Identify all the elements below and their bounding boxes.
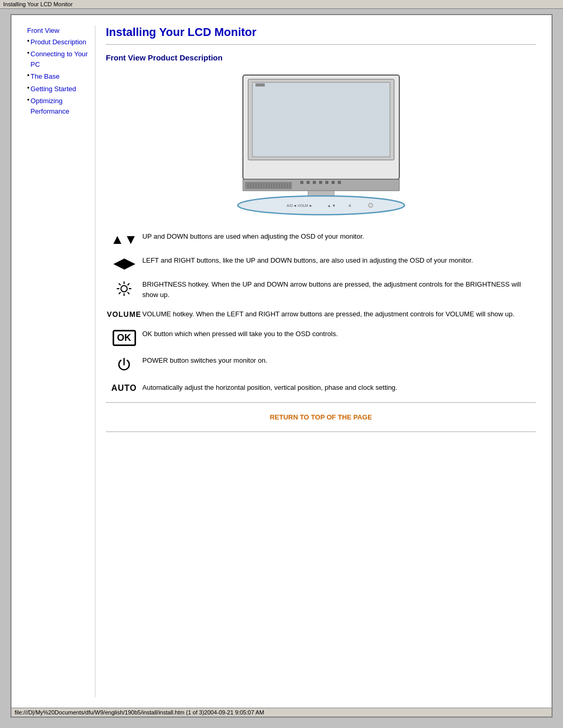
features-list: ▲▼ UP and DOWN buttons are used when adj…: [106, 231, 536, 393]
svg-text:▲  ▼: ▲ ▼: [327, 204, 336, 207]
content-area: Front View • Produt Description • Connec…: [11, 15, 552, 708]
feature-row-ok: OK OK button which when pressed will tak…: [106, 329, 536, 346]
bullet-1: •: [27, 37, 30, 45]
sidebar-item-started[interactable]: Getting Started: [31, 84, 76, 94]
sidebar-item-product-desc-wrapper: • Produt Description: [27, 37, 90, 48]
svg-point-32: [238, 196, 405, 215]
sidebar-item-optimizing[interactable]: Optimizing Performance: [31, 96, 90, 116]
auto-label: AUTO: [111, 384, 137, 393]
svg-line-46: [119, 292, 121, 294]
feature-row-auto: AUTO Automatically adjust the horizontal…: [106, 382, 536, 393]
svg-rect-2: [252, 82, 390, 157]
left-right-arrows-icon: ◀▶: [106, 255, 142, 270]
power-svg: [116, 356, 132, 373]
svg-rect-9: [325, 181, 328, 184]
feature-row-power: POWER button switches your monitor on.: [106, 355, 536, 373]
svg-text:A: A: [348, 204, 351, 207]
title-bar: Installing Your LCD Monitor: [0, 0, 563, 9]
section-title: Front View Product Description: [106, 53, 536, 62]
svg-rect-10: [332, 181, 335, 184]
up-down-arrows-icon: ▲▼: [106, 231, 142, 246]
feature-row-leftright: ◀▶ LEFT and RIGHT buttons, like the UP a…: [106, 255, 536, 270]
bullet-4: •: [27, 84, 30, 92]
sidebar-item-base[interactable]: The Base: [31, 71, 60, 82]
feature-text-leftright: LEFT and RIGHT buttons, like the UP and …: [142, 255, 536, 266]
title-bar-text: Installing Your LCD Monitor: [3, 1, 72, 7]
feature-text-ok: OK button which when pressed will take y…: [142, 329, 536, 339]
feature-row-updown: ▲▼ UP and DOWN buttons are used when adj…: [106, 231, 536, 246]
svg-rect-6: [307, 181, 310, 184]
sidebar-item-connecting[interactable]: Connecting to Your PC: [31, 49, 90, 69]
svg-rect-8: [319, 181, 322, 184]
brightness-icon: [106, 279, 142, 297]
bullet-2: •: [27, 49, 30, 57]
page-title: Installing Your LCD Monitor: [106, 26, 536, 39]
svg-text:A/O: A/O: [286, 204, 293, 207]
feature-text-auto: Automatically adjust the horizontal posi…: [142, 382, 536, 393]
svg-rect-31: [308, 191, 334, 196]
svg-line-45: [128, 283, 130, 286]
svg-line-44: [128, 292, 130, 294]
left-right-symbol: ◀▶: [114, 256, 134, 270]
ok-label: OK: [113, 330, 136, 346]
brightness-svg: [116, 280, 132, 297]
svg-point-37: [369, 203, 373, 207]
volume-icon: VOLUME: [106, 309, 142, 318]
feature-row-volume: VOLUME VOLUME hotkey. When the LEFT and …: [106, 309, 536, 319]
sidebar-item-product-desc[interactable]: Produt Description: [31, 37, 87, 47]
feature-text-brightness: BRIGHTNESS hotkey. When the UP and DOWN …: [142, 279, 536, 300]
browser-window: Front View • Produt Description • Connec…: [10, 14, 553, 718]
monitor-svg: PHILIPS A/O ◄ VOLM ► ▲ ▼ A: [212, 70, 431, 216]
power-button-icon: [106, 355, 142, 373]
sidebar-item-front-view[interactable]: Front View: [27, 26, 90, 36]
monitor-illustration: PHILIPS A/O ◄ VOLM ► ▲ ▼ A: [212, 70, 431, 216]
up-down-symbol: ▲▼: [111, 232, 137, 246]
bottom-divider: [106, 402, 536, 403]
sidebar: Front View • Produt Description • Connec…: [27, 26, 95, 697]
feature-row-brightness: BRIGHTNESS hotkey. When the UP and DOWN …: [106, 279, 536, 300]
sidebar-item-optimizing-wrapper: • Optimizing Performance: [27, 96, 90, 117]
return-to-top-link[interactable]: RETURN TO TOP OF THE PAGE: [106, 413, 536, 421]
svg-line-43: [119, 283, 121, 286]
feature-text-power: POWER button switches your monitor on.: [142, 355, 536, 366]
svg-text:◄ VOLM ►: ◄ VOLM ►: [293, 204, 313, 207]
auto-icon: AUTO: [106, 382, 142, 393]
status-bar-text: file:///D|/My%20Documents/dfu/W9/english…: [15, 709, 264, 715]
svg-rect-11: [338, 181, 341, 184]
bullet-3: •: [27, 71, 30, 79]
svg-rect-3: [255, 83, 265, 87]
svg-rect-5: [300, 181, 303, 184]
feature-text-volume: VOLUME hotkey. When the LEFT and RIGHT a…: [142, 309, 536, 319]
sidebar-item-connecting-wrapper: • Connecting to Your PC: [27, 49, 90, 70]
top-divider: [106, 44, 536, 45]
main-content: Installing Your LCD Monitor Front View P…: [95, 26, 536, 697]
volume-label: VOLUME: [107, 310, 141, 318]
feature-text-updown: UP and DOWN buttons are used when adjust…: [142, 231, 536, 242]
status-bar: file:///D|/My%20Documents/dfu/W9/english…: [11, 708, 552, 717]
svg-point-38: [121, 286, 127, 292]
sidebar-item-base-wrapper: • The Base: [27, 71, 90, 83]
svg-rect-7: [313, 181, 316, 184]
bullet-5: •: [27, 96, 30, 104]
footer-divider: [106, 431, 536, 432]
sidebar-item-started-wrapper: • Getting Started: [27, 84, 90, 95]
ok-button-icon: OK: [106, 329, 142, 346]
